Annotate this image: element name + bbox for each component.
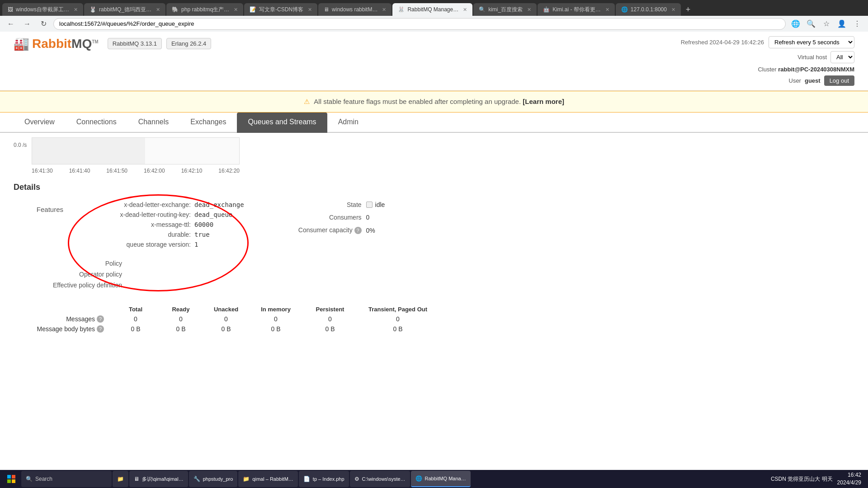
erlang-version: Erlang 26.2.4 bbox=[166, 38, 211, 49]
tab-close[interactable]: ✕ bbox=[527, 7, 531, 13]
feature-val-2: 60000 bbox=[194, 221, 213, 228]
tab-close[interactable]: ✕ bbox=[605, 7, 609, 13]
consumer-capacity-label: Consumer capacity ? bbox=[271, 226, 362, 234]
cluster-label: Cluster bbox=[758, 66, 776, 73]
browser-tab-tab8[interactable]: 🤖Kimi.ai - 帮你看更…✕ bbox=[538, 3, 615, 16]
cluster-name: rabbit@PC-20240308NMXM bbox=[778, 66, 854, 73]
logo-tm: TM bbox=[92, 39, 98, 44]
browser-tab-tab7[interactable]: 🔍kimi_百度搜索✕ bbox=[473, 3, 537, 16]
col-inmemory: In memory bbox=[249, 306, 303, 313]
tab-close[interactable]: ✕ bbox=[156, 7, 160, 13]
explorer-icon: 📁 bbox=[117, 476, 124, 482]
browser-tab-tab4[interactable]: 📝写文章-CSDN博客✕ bbox=[244, 3, 317, 16]
browser-tab-tab1[interactable]: 🖼windows自带截屏工…✕ bbox=[2, 3, 83, 16]
taskbar-item-2[interactable]: 📁 qimal – RabbitM… bbox=[238, 471, 297, 487]
policy-row: Policy bbox=[14, 260, 854, 267]
tab-exchanges[interactable]: Exchanges bbox=[179, 113, 237, 133]
chart-x-labels: 16:41:30 16:41:40 16:41:50 16:42:00 16:4… bbox=[32, 168, 240, 174]
taskbar-time: 16:42 2024/4/29 bbox=[837, 471, 861, 487]
taskbar-item-0[interactable]: 🖥 多识\qimal\qimal… bbox=[129, 471, 188, 487]
tab-channels[interactable]: Channels bbox=[127, 113, 180, 133]
taskbar-label-5: RabbitMQ Mana… bbox=[425, 476, 466, 481]
messages-header-row: Total Ready Unacked In memory Persistent… bbox=[14, 306, 854, 313]
menu-icon[interactable]: ⋮ bbox=[851, 18, 863, 30]
logo: 🏭 RabbitMQTM bbox=[14, 36, 99, 51]
tab-label: windows自带截屏工… bbox=[16, 6, 69, 14]
profile-icon[interactable]: 👤 bbox=[835, 18, 848, 30]
browser-tab-tab6[interactable]: 🐰RabbitMQ Manage…✕ bbox=[392, 3, 472, 16]
taskbar-explorer[interactable]: 📁 bbox=[113, 471, 128, 487]
chart-label-4: 16:42:10 bbox=[181, 168, 203, 174]
chart-label-2: 16:41:50 bbox=[106, 168, 127, 174]
taskbar-time-line1: 16:42 bbox=[837, 471, 861, 479]
virtual-host-select[interactable]: All / bbox=[830, 51, 854, 63]
reload-button[interactable]: ↻ bbox=[37, 18, 50, 30]
taskbar-right: CSDN 觉得亚历山大 明天 16:42 2024/4/29 bbox=[771, 471, 866, 487]
tab-close[interactable]: ✕ bbox=[382, 7, 386, 13]
messages-help[interactable]: ? bbox=[97, 315, 104, 323]
msg-transient: 0 bbox=[357, 315, 439, 323]
logout-button[interactable]: Log out bbox=[824, 75, 854, 86]
taskbar-search-label: Search bbox=[35, 476, 52, 482]
taskbar-label-3: tp – Index.php bbox=[313, 476, 344, 482]
body-bytes-values: 0 B 0 B 0 B 0 B 0 B 0 B bbox=[113, 325, 439, 333]
tab-label: php rabbitmq生产… bbox=[181, 6, 229, 14]
tab-label: rabbitMQ_德玛西亚… bbox=[99, 6, 151, 14]
state-value: idle bbox=[366, 201, 385, 208]
browser-tab-tab9[interactable]: 🌐127.0.0.1:8000✕ bbox=[616, 3, 681, 16]
start-button[interactable] bbox=[2, 471, 20, 487]
browser-tab-tab3[interactable]: 🐘php rabbitmq生产…✕ bbox=[166, 3, 243, 16]
operator-policy-label: Operator policy bbox=[14, 271, 131, 278]
body-bytes-help[interactable]: ? bbox=[97, 325, 104, 333]
tab-favicon: 🤖 bbox=[543, 6, 550, 13]
address-bar[interactable] bbox=[53, 18, 786, 30]
tab-overview[interactable]: Overview bbox=[14, 113, 66, 133]
tab-close[interactable]: ✕ bbox=[234, 7, 238, 13]
col-unacked: Unacked bbox=[203, 306, 249, 313]
forward-button[interactable]: → bbox=[21, 18, 33, 30]
tab-label: Kimi.ai - 帮你看更… bbox=[552, 6, 601, 14]
translate-icon[interactable]: 🌐 bbox=[789, 18, 802, 30]
body-bytes-row: Message body bytes ? 0 B 0 B 0 B 0 B 0 B… bbox=[14, 325, 854, 333]
tab-favicon: 🔍 bbox=[479, 6, 486, 13]
warning-icon: ⚠ bbox=[304, 98, 310, 105]
tab-label: 127.0.0.1:8000 bbox=[631, 6, 667, 13]
taskbar-item-3[interactable]: 📄 tp – Index.php bbox=[299, 471, 349, 487]
tab-close[interactable]: ✕ bbox=[671, 7, 675, 13]
taskbar-item-4[interactable]: ⚙ C:\windows\syste… bbox=[350, 471, 410, 487]
learn-more-link[interactable]: [Learn more] bbox=[523, 98, 564, 105]
refresh-select[interactable]: Refresh every 5 seconds No refresh Refre… bbox=[769, 36, 854, 48]
svg-rect-5 bbox=[12, 479, 15, 483]
tab-favicon: 🌐 bbox=[621, 6, 628, 13]
taskbar-item-1[interactable]: 🔧 phpstudy_pro bbox=[189, 471, 238, 487]
taskbar-item-5[interactable]: 🌐 RabbitMQ Mana… bbox=[411, 471, 471, 487]
tab-close[interactable]: ✕ bbox=[308, 7, 312, 13]
browser-tabs: 🖼windows自带截屏工…✕🐰rabbitMQ_德玛西亚…✕🐘php rabb… bbox=[0, 0, 868, 16]
back-button[interactable]: ← bbox=[5, 18, 17, 30]
details-content: Features x-dead-letter-exchange: dead_ex… bbox=[14, 201, 854, 251]
tab-connections[interactable]: Connections bbox=[66, 113, 127, 133]
tab-close[interactable]: ✕ bbox=[74, 7, 78, 13]
new-tab-button[interactable]: + bbox=[682, 3, 694, 16]
consumer-capacity-help[interactable]: ? bbox=[354, 227, 362, 234]
search-icon: 🔍 bbox=[26, 476, 33, 482]
zoom-icon[interactable]: 🔍 bbox=[805, 18, 817, 30]
feature-val-4: 1 bbox=[194, 241, 198, 248]
features-label: Features bbox=[14, 201, 68, 251]
feature-row-2: x-message-ttl: 60000 bbox=[77, 221, 244, 228]
bookmark-icon[interactable]: ☆ bbox=[820, 18, 833, 30]
feature-key-4: queue storage version: bbox=[77, 241, 194, 248]
tab-queues[interactable]: Queues and Streams bbox=[237, 113, 327, 133]
browser-tab-tab5[interactable]: 🖥windows rabbitM…✕ bbox=[318, 3, 392, 16]
tab-close[interactable]: ✕ bbox=[463, 7, 467, 13]
messages-values: 0 0 0 0 0 0 bbox=[113, 315, 439, 323]
chart-container: 0.0 /s 16:41:30 16:41:40 16:41:50 16:42:… bbox=[14, 137, 854, 174]
tab-admin[interactable]: Admin bbox=[327, 113, 369, 133]
nav-tabs: Overview Connections Channels Exchanges … bbox=[0, 113, 868, 133]
messages-columns: Total Ready Unacked In memory Persistent… bbox=[113, 306, 439, 313]
browser-tab-tab2[interactable]: 🐰rabbitMQ_德玛西亚…✕ bbox=[84, 3, 165, 16]
refresh-area: Refreshed 2024-04-29 16:42:26 Refresh ev… bbox=[681, 36, 854, 48]
feature-row-3: durable: true bbox=[77, 231, 244, 238]
taskbar-search[interactable]: 🔍 Search bbox=[21, 471, 112, 487]
msg-ready: 0 bbox=[158, 315, 203, 323]
